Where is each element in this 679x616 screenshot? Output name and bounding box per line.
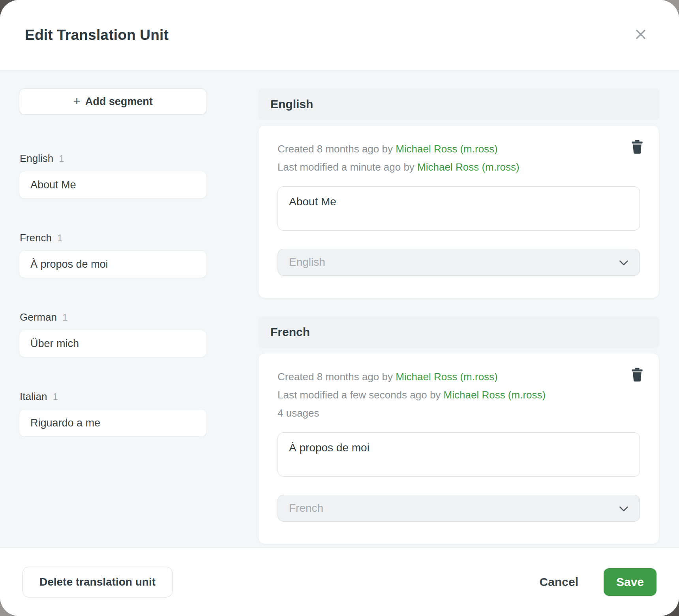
segment-count: 1 [53, 391, 58, 402]
segment-language-label: English [20, 152, 53, 165]
footer-actions: Cancel Save [540, 568, 656, 596]
delete-segment-button[interactable] [629, 137, 645, 158]
dialog-header: Edit Translation Unit [0, 0, 679, 70]
created-prefix: Created 8 months ago by [278, 371, 396, 383]
segment-label-row: Italian 1 [19, 391, 207, 403]
language-select[interactable]: French [278, 495, 640, 522]
plus-icon: + [73, 94, 81, 109]
segment-label-row: English 1 [19, 152, 207, 165]
segment-text-input[interactable]: À propos de moi [278, 432, 640, 477]
created-prefix: Created 8 months ago by [278, 143, 396, 155]
close-button[interactable] [631, 24, 651, 45]
trash-icon [631, 140, 643, 155]
segment-group-german: German 1 Über mich [19, 311, 207, 357]
language-select-value: English [289, 256, 325, 269]
panel-card: Created 8 months ago by Michael Ross (m.… [258, 353, 659, 544]
modified-line: Last modified a few seconds ago by Micha… [278, 386, 640, 404]
trash-icon [631, 368, 643, 383]
segment-language-label: French [20, 232, 52, 244]
add-segment-button[interactable]: + Add segment [19, 88, 207, 115]
panel-english: English Created 8 months ago by Michael … [258, 88, 659, 298]
chevron-down-icon [619, 502, 628, 515]
language-select-value: French [289, 502, 323, 515]
delete-segment-button[interactable] [629, 365, 645, 385]
delete-translation-unit-button[interactable]: Delete translation unit [23, 567, 173, 597]
created-user-link[interactable]: Michael Ross (m.ross) [396, 371, 498, 383]
language-select[interactable]: English [278, 249, 640, 276]
panel-card: Created 8 months ago by Michael Ross (m.… [258, 125, 659, 298]
panel-header: French [258, 316, 659, 348]
segment-label-row: French 1 [19, 232, 207, 244]
created-line: Created 8 months ago by Michael Ross (m.… [278, 368, 640, 386]
segment-label-row: German 1 [19, 311, 207, 323]
panel-header: English [258, 88, 659, 120]
segment-text-input[interactable]: About Me [278, 186, 640, 231]
segment-count: 1 [59, 153, 64, 164]
segments-sidebar: + Add segment English 1 About Me French … [19, 88, 207, 547]
modified-prefix: Last modified a few seconds ago by [278, 389, 444, 401]
segment-card-german[interactable]: Über mich [19, 330, 207, 357]
segment-editors: English Created 8 months ago by Michael … [258, 88, 659, 547]
chevron-down-icon [619, 256, 628, 269]
cancel-button[interactable]: Cancel [540, 575, 578, 589]
segment-card-english[interactable]: About Me [19, 171, 207, 199]
segment-group-french: French 1 À propos de moi [19, 232, 207, 278]
edit-translation-unit-dialog: Edit Translation Unit + Add segment Engl… [0, 0, 679, 616]
created-user-link[interactable]: Michael Ross (m.ross) [396, 143, 498, 155]
save-button[interactable]: Save [604, 568, 656, 596]
add-segment-label: Add segment [85, 96, 153, 108]
close-icon [634, 28, 647, 42]
modified-line: Last modified a minute ago by Michael Ro… [278, 158, 640, 176]
segment-count: 1 [62, 312, 68, 323]
segment-language-label: Italian [20, 391, 47, 403]
dialog-body: + Add segment English 1 About Me French … [0, 70, 679, 547]
modified-user-link[interactable]: Michael Ross (m.ross) [417, 161, 520, 173]
segment-card-italian[interactable]: Riguardo a me [19, 409, 207, 437]
created-line: Created 8 months ago by Michael Ross (m.… [278, 140, 640, 158]
segment-group-italian: Italian 1 Riguardo a me [19, 391, 207, 437]
page-title: Edit Translation Unit [25, 27, 169, 43]
segment-card-french[interactable]: À propos de moi [19, 250, 207, 278]
modified-prefix: Last modified a minute ago by [278, 161, 417, 173]
usages-line: 4 usages [278, 404, 640, 422]
segment-group-english: English 1 About Me [19, 152, 207, 199]
segment-count: 1 [57, 233, 62, 244]
panel-french: French Created 8 months ago by Michael R… [258, 316, 659, 544]
segment-language-label: German [20, 311, 57, 323]
dialog-footer: Delete translation unit Cancel Save [0, 547, 679, 616]
modified-user-link[interactable]: Michael Ross (m.ross) [444, 389, 546, 401]
